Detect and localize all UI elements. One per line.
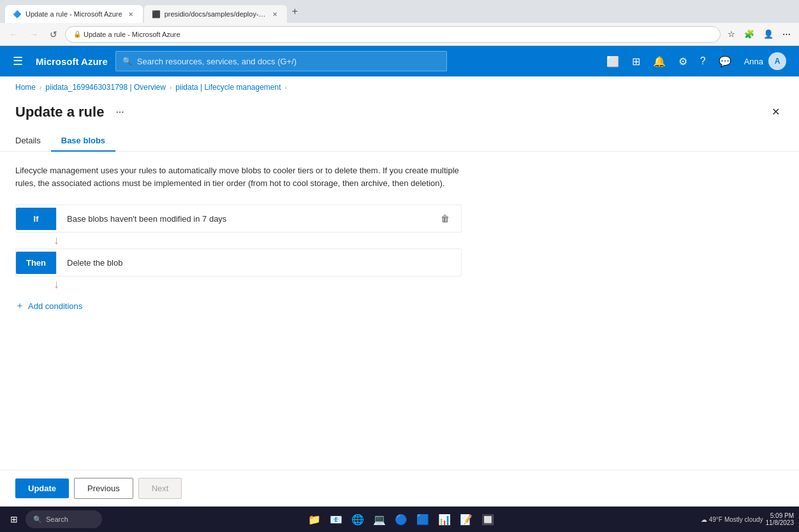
bookmark-icon[interactable]: ☆ — [724, 27, 738, 41]
browser-tab-1[interactable]: 🔷 Update a rule - Microsoft Azure ✕ — [5, 5, 143, 23]
breadcrumb-sep-1: › — [40, 84, 41, 91]
search-icon: 🔍 — [122, 57, 132, 66]
hamburger-menu-button[interactable]: ☰ — [8, 52, 28, 71]
lock-icon: 🔒 — [73, 31, 81, 38]
if-label: If — [16, 208, 57, 230]
user-avatar: A — [768, 52, 786, 70]
taskbar-search[interactable]: 🔍 Search — [26, 510, 102, 528]
close-button[interactable]: ✕ — [768, 103, 784, 120]
breadcrumb-sep-2: › — [170, 84, 172, 91]
user-area[interactable]: Anna A — [739, 50, 791, 73]
weather-desc: Mostly cloudy — [724, 516, 763, 523]
tab-close-1[interactable]: ✕ — [126, 10, 135, 18]
if-rule-row: If Base blobs haven't been modified in 7… — [15, 205, 462, 233]
taskbar-sys: ☁ 49°F Mostly cloudy 5:09 PM 11/8/2023 — [701, 512, 794, 526]
time: 5:09 PM — [766, 512, 795, 519]
new-tab-button[interactable]: + — [288, 4, 302, 18]
browser-menu-icon[interactable]: ⋯ — [779, 27, 794, 41]
breadcrumb: Home › piidata_1699463031798 | Overview … — [0, 76, 799, 98]
tab-details[interactable]: Details — [15, 131, 51, 152]
taskbar-app-8[interactable]: 📝 — [456, 509, 476, 529]
user-name: Anna — [744, 57, 763, 66]
tab-close-2[interactable]: ✕ — [270, 10, 279, 18]
down-arrow-2: ↓ — [36, 278, 59, 291]
tab-base-blobs[interactable]: Base blobs — [51, 131, 115, 152]
previous-button[interactable]: Previous — [74, 478, 133, 499]
feedback-button[interactable]: 💬 — [714, 52, 737, 71]
browser-tab-2[interactable]: ⬛ presidio/docs/samples/deploy-r... ✕ — [144, 5, 287, 23]
page-title: Update a rule — [15, 104, 104, 120]
forward-button[interactable]: → — [26, 27, 42, 42]
delete-if-rule-button[interactable]: 🗑 — [437, 211, 453, 226]
settings-button[interactable]: ⚙ — [673, 52, 693, 71]
taskbar-apps: 📁 📧 🌐 💻 🔵 🟦 📊 📝 🔲 — [105, 509, 698, 529]
if-content: Base blobs haven't been modified in 7 da… — [57, 208, 429, 230]
help-button[interactable]: ? — [695, 52, 711, 71]
arrow-connector-2: ↓ — [15, 277, 59, 292]
refresh-button[interactable]: ↺ — [46, 27, 61, 42]
taskbar-app-7[interactable]: 📊 — [434, 509, 455, 529]
tab-title-1: Update a rule - Microsoft Azure — [26, 10, 122, 18]
weather-temp: 49°F — [709, 516, 722, 523]
breadcrumb-sep-3: › — [285, 84, 287, 91]
plus-icon: ＋ — [15, 300, 24, 312]
rule-flow: If Base blobs haven't been modified in 7… — [15, 205, 462, 317]
azure-topbar: ☰ Microsoft Azure 🔍 Search resources, se… — [0, 46, 799, 76]
search-placeholder: Search resources, services, and docs (G+… — [137, 57, 297, 66]
next-button: Next — [138, 478, 182, 499]
breadcrumb-home[interactable]: Home — [15, 83, 36, 92]
directory-button[interactable]: ⊞ — [627, 52, 645, 71]
tab-favicon-1: 🔷 — [13, 10, 22, 18]
azure-logo: Microsoft Azure — [36, 56, 108, 67]
profile-icon[interactable]: 👤 — [760, 27, 777, 41]
page-wrapper: Home › piidata_1699463031798 | Overview … — [0, 76, 799, 532]
taskbar-app-4[interactable]: 💻 — [369, 509, 390, 529]
taskbar-search-icon: 🔍 — [33, 515, 42, 524]
tab-favicon-2: ⬛ — [152, 10, 161, 18]
then-label: Then — [16, 252, 57, 274]
down-arrow-1: ↓ — [36, 234, 59, 247]
taskbar-app-6[interactable]: 🟦 — [413, 509, 433, 529]
weather-widget: ☁ 49°F Mostly cloudy — [701, 516, 763, 523]
notifications-button[interactable]: 🔔 — [648, 52, 671, 71]
address-bar[interactable]: 🔒 Update a rule - Microsoft Azure — [65, 26, 721, 43]
taskbar-search-label: Search — [46, 515, 68, 523]
update-button[interactable]: Update — [15, 478, 69, 498]
extensions-icon[interactable]: 🧩 — [741, 27, 758, 41]
tab-title-2: presidio/docs/samples/deploy-r... — [165, 10, 267, 18]
page-header: Update a rule ··· ✕ — [0, 98, 799, 131]
taskbar-app-5[interactable]: 🔵 — [391, 509, 411, 529]
taskbar-app-2[interactable]: 📧 — [326, 509, 346, 529]
page-menu-button[interactable]: ··· — [112, 105, 128, 119]
then-rule-row: Then Delete the blob — [15, 248, 462, 277]
date: 11/8/2023 — [766, 519, 795, 526]
taskbar: ⊞ 🔍 Search 📁 📧 🌐 💻 🔵 🟦 📊 📝 🔲 ☁ 49°F Most… — [0, 507, 799, 532]
weather-icon: ☁ — [701, 516, 707, 523]
global-search-bar[interactable]: 🔍 Search resources, services, and docs (… — [115, 51, 447, 71]
add-conditions-label: Add conditions — [28, 301, 82, 311]
browser-chrome: 🔷 Update a rule - Microsoft Azure ✕ ⬛ pr… — [0, 0, 799, 23]
topbar-actions: ⬜ ⊞ 🔔 ⚙ ? 💬 Anna A — [601, 50, 791, 73]
taskbar-app-1[interactable]: 📁 — [304, 509, 325, 529]
tabs-container: Details Base blobs — [0, 131, 799, 152]
bottom-action-bar: Update Previous Next — [0, 470, 799, 507]
breadcrumb-lifecycle[interactable]: piidata | Lifecycle management — [175, 83, 281, 92]
address-url: Update a rule - Microsoft Azure — [84, 31, 180, 38]
lifecycle-description: Lifecycle management uses your rules to … — [15, 164, 462, 189]
browser-tabs: 🔷 Update a rule - Microsoft Azure ✕ ⬛ pr… — [5, 0, 302, 23]
arrow-connector-1: ↓ — [15, 233, 59, 248]
cloud-shell-button[interactable]: ⬜ — [601, 52, 624, 71]
taskbar-app-3[interactable]: 🌐 — [348, 509, 368, 529]
browser-nav: ← → ↺ 🔒 Update a rule - Microsoft Azure … — [0, 23, 799, 46]
if-row-actions: 🗑 — [429, 211, 461, 226]
then-content: Delete the blob — [57, 252, 461, 274]
system-time: 5:09 PM 11/8/2023 — [766, 512, 795, 526]
back-button[interactable]: ← — [5, 27, 22, 42]
breadcrumb-storage[interactable]: piidata_1699463031798 | Overview — [45, 83, 166, 92]
taskbar-app-9[interactable]: 🔲 — [478, 509, 498, 529]
add-conditions-button[interactable]: ＋ Add conditions — [15, 295, 82, 317]
browser-action-icons: ☆ 🧩 👤 ⋯ — [724, 27, 794, 41]
start-button[interactable]: ⊞ — [5, 512, 23, 527]
